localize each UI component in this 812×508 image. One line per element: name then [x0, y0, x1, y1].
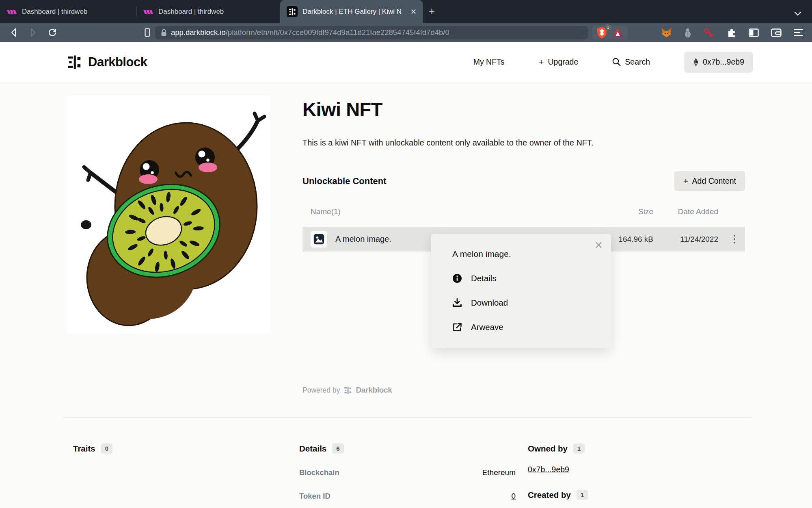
owner-address-link[interactable]: 0x7b...9eb9	[528, 465, 588, 474]
ethereum-icon	[693, 58, 699, 67]
add-content-button[interactable]: + Add Content	[674, 171, 745, 191]
url-bar[interactable]: app.darkblock.io/platform/eth/nft/0x7cce…	[155, 26, 588, 39]
wallet-icon[interactable]	[771, 28, 782, 37]
nav-upgrade[interactable]: + Upgrade	[539, 57, 579, 67]
nft-detail-section: Kiwi NFT This is a kiwi NFT with unlocka…	[0, 82, 812, 395]
brave-rewards-bat-icon[interactable]	[613, 28, 623, 37]
row-options-kebab-icon[interactable]	[732, 233, 737, 245]
owned-by-label: Owned by	[528, 444, 568, 454]
thirdweb-icon	[143, 9, 153, 15]
darkblock-logo-icon	[344, 386, 352, 395]
url-text: app.darkblock.io/platform/eth/nft/0x7cce…	[171, 28, 449, 37]
kiwi-artwork	[67, 96, 270, 334]
forward-icon[interactable]	[26, 28, 40, 37]
kiwi-foot	[81, 220, 91, 229]
column-name: Name(1)	[311, 207, 608, 216]
menu-hamburger-icon[interactable]	[794, 29, 803, 36]
nav-my-nfts[interactable]: My NFTs	[473, 57, 505, 67]
urlbar-divider	[582, 28, 582, 37]
detail-row-token-id: Token ID 0	[299, 492, 516, 501]
brave-shields-panel: 1	[592, 26, 628, 39]
details-column: Details 6 Blockchain Ethereum Token ID 0	[299, 443, 516, 501]
tab-thirdweb-2[interactable]: Dashboard | thirdweb	[136, 0, 273, 23]
tab-title: Dashboard | thirdweb	[158, 8, 266, 16]
content-options-popup: ✕ A melon image. Details Download Arweav…	[431, 234, 611, 348]
popup-item-details[interactable]: Details	[452, 274, 600, 283]
traits-label: Traits	[73, 444, 95, 454]
sidebar-icon[interactable]	[749, 28, 759, 37]
nft-meta-footer: Traits 0 Details 6 Blockchain Ethereum T…	[0, 443, 812, 501]
content-table-header: Name(1) Size Date Added	[302, 207, 745, 216]
tab-close-icon[interactable]: ✕	[410, 7, 417, 16]
owned-by-count-badge: 1	[573, 443, 585, 454]
unlockable-title: Unlockable Content	[302, 176, 387, 187]
plus-icon: +	[683, 177, 689, 186]
tab-thirdweb-1[interactable]: Dashboard | thirdweb	[0, 0, 136, 23]
plus-icon: +	[539, 58, 544, 67]
thirdweb-icon	[6, 9, 17, 15]
traits-column: Traits 0	[73, 443, 299, 501]
details-label: Details	[299, 444, 326, 454]
token-id-link[interactable]: 0	[511, 492, 516, 501]
created-by-count-badge: 1	[577, 490, 588, 500]
new-tab-button[interactable]: +	[423, 5, 442, 23]
back-icon[interactable]	[6, 28, 20, 37]
popup-title: A melon image.	[452, 249, 600, 259]
password-key-icon[interactable]	[704, 28, 715, 38]
site-header: Darkblock My NFTs + Upgrade Search 0x7b.…	[0, 42, 812, 82]
metamask-icon[interactable]	[661, 28, 672, 38]
row-date-added: 11/24/2022	[662, 235, 718, 244]
nft-description: This is a kiwi NFT with unlockable conte…	[302, 138, 745, 148]
reload-icon[interactable]	[45, 28, 59, 37]
nav-search[interactable]: Search	[612, 57, 650, 67]
section-divider	[63, 417, 751, 418]
owned-by-column: Owned by 1 0x7b...9eb9 Created by 1	[528, 443, 588, 501]
unlockable-header: Unlockable Content + Add Content	[302, 171, 745, 191]
bug-extension-icon[interactable]	[684, 28, 691, 38]
tab-title: Darkblock | ETH Gallery | Kiwi N	[302, 8, 404, 16]
external-link-icon	[452, 322, 462, 332]
popup-close-icon[interactable]: ✕	[594, 240, 603, 250]
lock-icon	[161, 29, 167, 36]
details-count-badge: 6	[332, 443, 343, 454]
blockchain-value: Ethereum	[482, 468, 516, 477]
popup-item-download[interactable]: Download	[452, 298, 600, 308]
info-icon	[452, 274, 462, 283]
url-path: /platform/eth/nft/0x7cce009fdf974d9a11d2…	[226, 28, 449, 37]
column-size: Size	[608, 207, 653, 216]
row-file-name: A melon image.	[335, 234, 391, 244]
column-date: Date Added	[662, 207, 718, 216]
brand-name: Darkblock	[88, 55, 147, 69]
main-nav: My NFTs + Upgrade Search 0x7b...9eb9	[473, 52, 753, 73]
created-by-label: Created by	[528, 490, 571, 500]
powered-by[interactable]: Powered by Darkblock	[302, 386, 745, 395]
extensions-puzzle-icon[interactable]	[727, 28, 736, 37]
download-icon	[452, 298, 462, 308]
tab-darkblock-active[interactable]: Darkblock | ETH Gallery | Kiwi N ✕	[280, 0, 423, 23]
reading-list-icon[interactable]	[145, 28, 150, 37]
page-title: Kiwi NFT	[302, 98, 745, 120]
darkblock-logo-icon	[67, 54, 82, 70]
row-file-size: 164.96 kB	[608, 235, 653, 244]
popup-item-arweave[interactable]: Arweave	[452, 322, 600, 332]
tab-strip: Dashboard | thirdweb Dashboard | thirdwe…	[0, 0, 812, 23]
nft-image	[67, 96, 270, 334]
extensions-group	[661, 28, 806, 38]
traits-count-badge: 0	[101, 443, 112, 454]
search-icon	[612, 58, 621, 66]
brave-shield-icon[interactable]: 1	[597, 27, 607, 39]
url-host: app.darkblock.io	[171, 28, 226, 37]
darkblock-favicon	[287, 6, 298, 17]
image-file-icon	[311, 231, 327, 247]
wallet-address-button[interactable]: 0x7b...9eb9	[684, 52, 753, 73]
browser-window: Dashboard | thirdweb Dashboard | thirdwe…	[0, 0, 812, 508]
darkblock-logo[interactable]: Darkblock	[67, 54, 147, 70]
detail-row-blockchain: Blockchain Ethereum	[299, 468, 516, 477]
browser-toolbar: app.darkblock.io/platform/eth/nft/0x7cce…	[0, 23, 812, 42]
tab-title: Dashboard | thirdweb	[22, 8, 130, 16]
shield-badge-count: 1	[605, 24, 611, 31]
tab-search-chevron-icon[interactable]	[794, 11, 812, 23]
